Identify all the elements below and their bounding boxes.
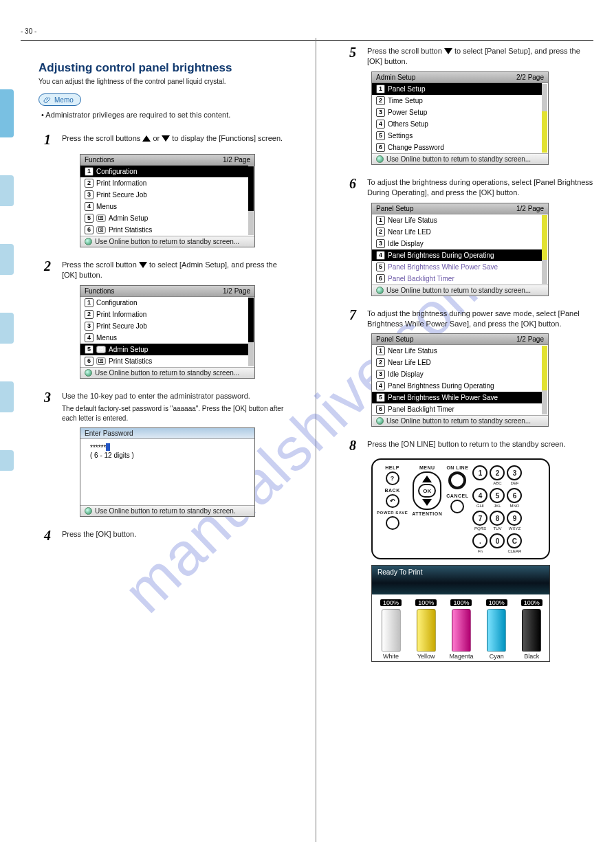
online-dot-icon <box>85 507 92 515</box>
lcd-functions-2: Functions1/2 Page 1Configuration 2Print … <box>80 285 255 379</box>
ok-button[interactable]: OK <box>418 484 436 498</box>
key-2[interactable]: 2 <box>490 465 505 480</box>
ink-magenta: 100%Magenta <box>447 599 476 660</box>
key-9[interactable]: 9 <box>507 511 522 526</box>
section-subnote: You can adjust the lightness of the cont… <box>39 78 288 85</box>
lcd-password: Enter Password ****** ( 6 - 12 digits ) … <box>80 427 255 517</box>
step-3: 3 Use the 10-key pad to enter the admini… <box>39 390 288 423</box>
key-6[interactable]: 6 <box>507 488 522 503</box>
paperclip-icon <box>43 96 52 104</box>
control-panel-illustration: HELP ? BACK ↶ POWER SAVE MENU <box>371 458 550 559</box>
step-6: 6 To adjust the brightness during operat… <box>344 176 593 199</box>
key-icon: ⚿ <box>96 346 106 353</box>
ink-white: 100%White <box>377 599 406 660</box>
ink-black: 100%Black <box>517 599 546 660</box>
arrow-down-icon <box>422 499 432 506</box>
back-button[interactable]: ↶ <box>386 494 399 508</box>
arrow-down-icon <box>139 262 147 268</box>
lcd-functions-1: Functions1/2 Page 1Configuration 2Print … <box>80 154 255 247</box>
step-5: 5 Press the scroll button to select [Pan… <box>344 45 593 67</box>
memo-badge: Memo <box>39 93 81 106</box>
help-button[interactable]: ? <box>386 471 399 485</box>
page-number: - 30 - <box>21 27 36 35</box>
side-tabs <box>0 96 14 471</box>
text-cursor-icon <box>106 443 110 451</box>
lcd-panel-setup-1: Panel Setup1/2 Page 1Near Life Status 2N… <box>371 203 549 296</box>
ink-cyan: 100%Cyan <box>482 599 511 660</box>
lcd-admin-setup: Admin Setup2/2 Page 1Panel Setup 2Time S… <box>371 71 549 165</box>
key-3[interactable]: 3 <box>507 465 522 480</box>
arrow-up-icon <box>422 476 432 482</box>
online-dot-icon <box>376 155 384 163</box>
ink-yellow: 100%Yellow <box>412 599 441 660</box>
step-8: 8 Press the [ON LINE] button to return t… <box>344 438 593 456</box>
section-heading: Adjusting control panel brightness <box>39 61 288 75</box>
key-icon: ⚿ <box>96 357 106 365</box>
step-2: 2 Press the scroll button to select [Adm… <box>39 258 288 281</box>
key-icon: ⚿ <box>96 214 106 222</box>
cancel-button[interactable] <box>450 500 464 513</box>
key-5[interactable]: 5 <box>490 488 505 503</box>
online-button[interactable] <box>448 471 466 489</box>
menu-arrow-pad[interactable]: OK <box>413 471 441 510</box>
memo-text: • Administrator privileges are required … <box>41 110 288 121</box>
power-save-button[interactable] <box>386 516 399 530</box>
numeric-keypad[interactable]: 1 2ABC 3DEF 4GHI 5JKL 6MNO 7PQRS 8TUV 9W… <box>472 465 522 554</box>
lcd-panel-setup-2: Panel Setup1/2 Page 1Near Life Status 2N… <box>371 333 549 427</box>
key-dot[interactable]: . <box>472 533 487 548</box>
step-7: 7 To adjust the brightness during power … <box>344 307 593 330</box>
online-dot-icon <box>85 238 92 245</box>
arrow-down-icon <box>162 135 170 142</box>
online-dot-icon <box>376 287 384 294</box>
arrow-up-icon <box>142 135 151 142</box>
key-7[interactable]: 7 <box>472 511 487 526</box>
key-4[interactable]: 4 <box>472 488 487 503</box>
key-1[interactable]: 1 <box>472 465 487 480</box>
key-0[interactable]: 0 <box>490 533 505 548</box>
online-dot-icon <box>85 369 92 377</box>
key-8[interactable]: 8 <box>490 511 505 526</box>
key-clear[interactable]: C <box>507 533 522 548</box>
online-dot-icon <box>376 417 384 425</box>
step-1: 1 Press the scroll buttons or to display… <box>39 132 288 150</box>
ready-title: Ready To Print <box>372 566 549 594</box>
arrow-down-icon <box>444 48 452 54</box>
key-icon: ⚿ <box>96 226 106 234</box>
step-4: 4 Press the [OK] button. <box>39 528 288 546</box>
ready-to-print-panel: Ready To Print 100%White 100%Yellow 100%… <box>371 565 550 662</box>
